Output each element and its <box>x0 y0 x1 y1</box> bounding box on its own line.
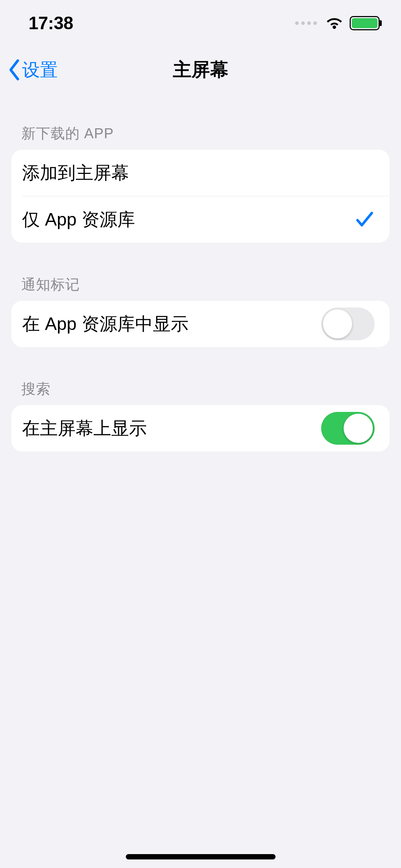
battery-icon <box>350 16 380 30</box>
section-header-new-apps: 新下载的 APP <box>0 124 401 150</box>
back-button[interactable]: 设置 <box>0 58 58 82</box>
navigation-bar: 设置 主屏幕 <box>0 46 401 93</box>
page-title: 主屏幕 <box>0 57 401 82</box>
checkmark-icon <box>355 210 375 229</box>
row-show-on-home: 在主屏幕上显示 <box>11 405 390 451</box>
toggle-show-in-app-library[interactable] <box>321 308 375 340</box>
group-new-apps: 添加到主屏幕 仅 App 资源库 <box>11 150 390 243</box>
back-label: 设置 <box>22 58 58 82</box>
status-time: 17:38 <box>29 13 73 33</box>
section-header-search: 搜索 <box>0 379 401 405</box>
option-label: 添加到主屏幕 <box>22 161 129 185</box>
group-badges: 在 App 资源库中显示 <box>11 301 390 347</box>
toggle-show-on-home[interactable] <box>321 412 375 445</box>
row-label: 在主屏幕上显示 <box>22 417 147 440</box>
status-indicators <box>295 16 380 30</box>
status-bar: 17:38 <box>0 0 401 46</box>
group-search: 在主屏幕上显示 <box>11 405 390 451</box>
chevron-left-icon <box>8 59 21 81</box>
row-show-in-app-library: 在 App 资源库中显示 <box>11 301 390 347</box>
option-label: 仅 App 资源库 <box>22 208 135 232</box>
home-indicator[interactable] <box>126 854 276 859</box>
section-header-badges: 通知标记 <box>0 275 401 301</box>
option-add-to-home[interactable]: 添加到主屏幕 <box>11 150 390 196</box>
option-app-library-only[interactable]: 仅 App 资源库 <box>11 196 390 243</box>
wifi-icon <box>325 16 343 30</box>
cellular-dots-icon <box>295 21 317 25</box>
row-label: 在 App 资源库中显示 <box>22 312 189 336</box>
